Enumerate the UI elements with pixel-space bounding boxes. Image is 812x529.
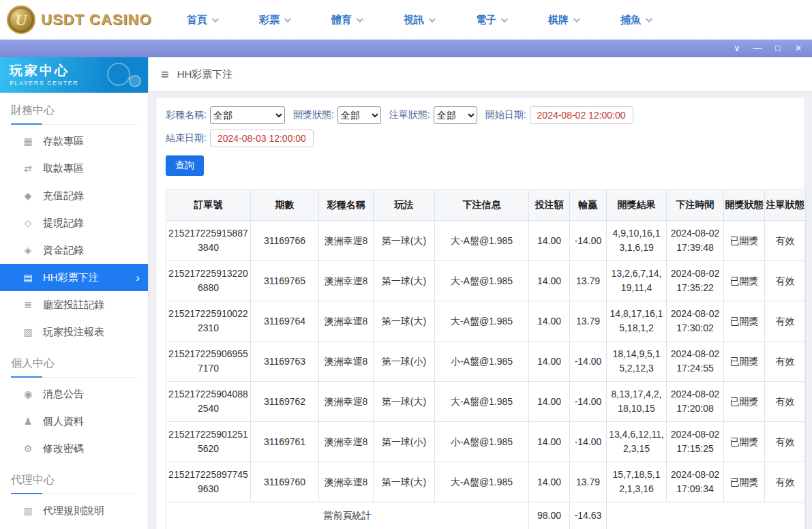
bets-table: 訂單號期數彩種名稱玩法下注信息投注額輸贏開獎結果下注時間開獎狀態注單狀態 215… — [166, 190, 806, 529]
nav-item-sports[interactable]: 體育 — [331, 14, 361, 27]
table-cell: 小-A盤@1.985 — [435, 342, 529, 382]
table-cell: -14.00 — [570, 422, 607, 462]
table-row: 215217225906955717031169763澳洲幸運8第一球(小)小-… — [166, 342, 806, 382]
table-cell: 31169764 — [251, 301, 319, 342]
table-cell: 2152172259040882540 — [166, 382, 251, 422]
nav-item-fishing[interactable]: 捕魚 — [620, 14, 650, 27]
table-cell: 14.00 — [529, 422, 570, 462]
window-close-button[interactable]: × — [790, 40, 807, 57]
sidebar-section-title: 代理中心 — [11, 473, 137, 494]
table-cell: 大-A盤@1.985 — [435, 462, 529, 502]
sidebar-item-announcements[interactable]: ◉消息公告 — [0, 380, 148, 408]
sidebar-item-room-bet-records[interactable]: ≣廳室投註記錄 — [0, 291, 148, 318]
window-maximize-button[interactable]: □ — [770, 40, 786, 57]
window-minimize-button[interactable]: — — [749, 40, 766, 57]
menu-toggle-icon[interactable]: ≡ — [161, 67, 169, 81]
table-cell: 澳洲幸運8 — [319, 221, 374, 261]
deposit-icon: ▦ — [22, 136, 34, 147]
table-cell: 有效 — [765, 342, 806, 382]
table-cell: 澳洲幸運8 — [319, 342, 374, 382]
table-cell: 大-A盤@1.985 — [435, 261, 529, 301]
table-cell: -14.00 — [570, 342, 607, 382]
table-cell: 31169763 — [251, 342, 319, 382]
lottery-select[interactable]: 全部 — [210, 106, 285, 124]
main-content: ≡ HH彩票下注 彩種名稱: 全部 開獎狀態: 全部 — [149, 57, 812, 529]
table-cell: 14.00 — [529, 342, 570, 382]
nav-item-lottery[interactable]: 彩票 — [259, 14, 289, 27]
sidebar-section-title: 財務中心 — [11, 104, 137, 125]
sidebar-item-change-password[interactable]: ⚙修改密碼 — [0, 435, 148, 462]
nav-item-live[interactable]: 視訊 — [404, 14, 434, 27]
announcements-icon: ◉ — [22, 389, 34, 399]
nav-item-home[interactable]: 首頁 — [187, 14, 217, 27]
table-cell: 第一球(小) — [374, 342, 435, 382]
funds-records-icon: ◈ — [22, 245, 34, 256]
filter-bar: 彩種名稱: 全部 開獎狀態: 全部 注單狀態: 全 — [166, 106, 795, 147]
chevron-down-icon — [646, 16, 652, 22]
chevron-down-icon — [357, 16, 363, 22]
table-header-cell: 投注額 — [529, 190, 570, 221]
sidebar-item-deposit[interactable]: ▦存款專區 — [0, 127, 148, 155]
table-header-cell: 玩法 — [374, 190, 435, 221]
sidebar-item-player-bet-report[interactable]: ▧玩家投注報表 — [0, 318, 148, 346]
sidebar-item-hh-lottery-bets[interactable]: ▤HH彩票下注› — [0, 264, 148, 291]
chevron-right-icon: › — [136, 272, 140, 284]
window-collapse-button[interactable]: ∨ — [729, 40, 745, 57]
chevron-down-icon — [212, 16, 219, 22]
sidebar-item-recharge-records[interactable]: ◆充值記錄 — [0, 182, 148, 209]
nav-item-label: 捕魚 — [620, 14, 641, 27]
change-password-icon: ⚙ — [22, 443, 34, 454]
table-header-cell: 彩種名稱 — [319, 190, 374, 221]
start-date-input[interactable] — [530, 106, 633, 124]
sidebar-item-label: 存款專區 — [43, 135, 84, 148]
table-cell: 有效 — [765, 422, 806, 462]
nav-item-label: 電子 — [476, 14, 496, 27]
profile-icon: ♟ — [22, 416, 34, 427]
sidebar-item-withdraw[interactable]: ⇄取款專區 — [0, 155, 148, 182]
nav-item-label: 彩票 — [259, 14, 280, 27]
table-cell: 2152172259132206880 — [166, 261, 251, 301]
table-cell: 有效 — [765, 382, 806, 422]
nav-item-label: 體育 — [331, 14, 352, 27]
sidebar-item-agent-rules[interactable]: ▥代理規則說明 — [0, 497, 148, 524]
sidebar-item-funds-records[interactable]: ◈資金記錄 — [0, 237, 148, 264]
table-header-cell: 開獎狀態 — [724, 190, 765, 221]
table-cell: 第一球(小) — [374, 422, 435, 462]
table-header-cell: 注單狀態 — [765, 190, 806, 221]
nav-item-cards[interactable]: 棋牌 — [548, 14, 578, 27]
table-header-cell: 訂單號 — [166, 190, 251, 221]
content-card: 彩種名稱: 全部 開獎狀態: 全部 注單狀態: 全 — [155, 97, 805, 529]
search-button[interactable]: 查詢 — [166, 155, 204, 176]
table-cell: 14.00 — [529, 301, 570, 342]
order-status-select[interactable]: 全部 — [434, 106, 477, 124]
table-cell: 有效 — [765, 301, 806, 342]
chevron-down-icon — [573, 16, 580, 22]
sidebar-header: 玩家中心 PLAYERS CENTER — [0, 57, 148, 93]
table-cell: 已開獎 — [724, 221, 765, 261]
sidebar-item-label: 玩家投注報表 — [43, 326, 104, 339]
table-cell: 13.79 — [570, 261, 607, 301]
table-cell: 2152172259069557170 — [166, 342, 251, 382]
sidebar-item-label: 消息公告 — [43, 388, 84, 401]
table-cell: 31169761 — [251, 422, 319, 462]
summary-row: 當前頁統計98.00-14.63 — [166, 502, 806, 529]
draw-status-select[interactable]: 全部 — [337, 106, 381, 124]
sidebar-item-profile[interactable]: ♟個人資料 — [0, 408, 148, 435]
sidebar-item-label: HH彩票下注 — [43, 271, 99, 284]
agent-rules-icon: ▥ — [22, 505, 34, 516]
lottery-filter-label: 彩種名稱: — [166, 109, 207, 121]
table-cell: 2024-08-02 17:30:02 — [667, 301, 724, 342]
summary-bet-cell: 98.00 — [529, 502, 570, 529]
sidebar-item-withdrawal-records[interactable]: ◇提現記錄 — [0, 209, 148, 237]
chips-decoration — [107, 63, 130, 86]
recharge-records-icon: ◆ — [22, 190, 34, 201]
table-cell: 小-A盤@1.985 — [435, 422, 529, 462]
logo[interactable]: U USDT CASINO — [7, 5, 158, 34]
table-cell: 澳洲幸運8 — [319, 422, 374, 462]
table-header-cell: 下注時間 — [667, 190, 724, 221]
table-cell: 已開獎 — [724, 382, 765, 422]
order-status-filter-label: 注單狀態: — [389, 109, 430, 121]
nav-item-slots[interactable]: 電子 — [476, 14, 506, 27]
end-date-input[interactable] — [210, 130, 314, 147]
room-bet-records-icon: ≣ — [22, 299, 34, 310]
